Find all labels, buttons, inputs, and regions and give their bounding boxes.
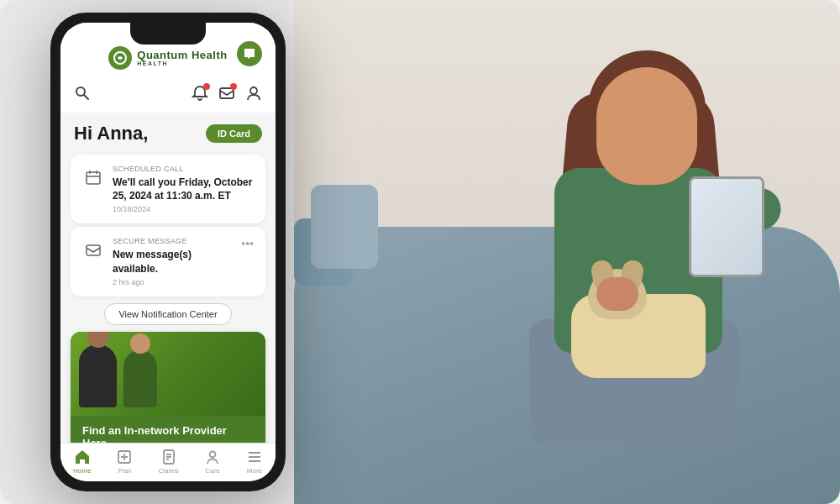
messages-badge bbox=[230, 83, 237, 90]
svg-line-2 bbox=[84, 95, 88, 99]
tab-more-label: More bbox=[247, 467, 262, 475]
tab-home[interactable]: Home bbox=[73, 449, 91, 475]
tab-plan-label: Plan bbox=[118, 467, 131, 475]
logo-icon bbox=[108, 46, 132, 70]
phone-screen: Quantum Health HEALTH bbox=[60, 23, 276, 481]
call-title: We'll call you Friday, October 25, 2024 … bbox=[113, 176, 254, 202]
tab-home-label: Home bbox=[73, 467, 91, 475]
doctor-figure bbox=[123, 350, 157, 407]
phone-notch bbox=[130, 23, 206, 45]
hand-on-dog bbox=[596, 277, 638, 311]
id-card-button[interactable]: ID Card bbox=[206, 124, 262, 143]
profile-icon[interactable] bbox=[245, 85, 262, 106]
search-icon[interactable] bbox=[74, 85, 91, 106]
envelope-icon bbox=[82, 239, 104, 260]
tab-claims[interactable]: Claims bbox=[158, 449, 178, 475]
pillow-front bbox=[311, 185, 378, 269]
svg-rect-9 bbox=[87, 245, 100, 255]
calendar-icon bbox=[82, 166, 104, 188]
phone-frame: Quantum Health HEALTH bbox=[50, 13, 286, 491]
dog-body bbox=[571, 294, 706, 378]
nav-bar bbox=[60, 78, 276, 113]
notif-header-call: Scheduled Call We'll call you Friday, Oc… bbox=[82, 165, 254, 213]
scheduled-call-card: Scheduled Call We'll call you Friday, Oc… bbox=[71, 155, 265, 223]
msg-type-label: Secure Message bbox=[113, 237, 233, 245]
quantum-logo: Quantum Health HEALTH bbox=[108, 46, 227, 70]
notification-badge bbox=[203, 83, 210, 90]
call-date: 10/18/2024 bbox=[113, 205, 254, 213]
nav-icons-group bbox=[192, 85, 262, 106]
svg-rect-3 bbox=[220, 88, 234, 98]
view-notification-center-button[interactable]: View Notification Center bbox=[104, 303, 231, 325]
provider-card-image bbox=[71, 332, 265, 416]
doctor-scene bbox=[71, 332, 265, 416]
tab-plan[interactable]: Plan bbox=[116, 449, 133, 475]
tab-bar: Home Plan bbox=[60, 443, 276, 481]
greeting-text: Hi Anna, bbox=[74, 123, 148, 144]
msg-notif-content: Secure Message New message(s) available.… bbox=[113, 237, 233, 286]
svg-rect-5 bbox=[87, 172, 100, 184]
woman-figure bbox=[487, 25, 806, 479]
svg-point-17 bbox=[209, 452, 215, 458]
call-notif-content: Scheduled Call We'll call you Friday, Oc… bbox=[113, 165, 254, 213]
phone-body: Hi Anna, ID Card bbox=[60, 113, 276, 470]
logo-sub: HEALTH bbox=[137, 60, 227, 66]
face bbox=[596, 67, 697, 185]
phone-device: Quantum Health HEALTH bbox=[50, 13, 286, 491]
greeting-section: Hi Anna, ID Card bbox=[60, 113, 276, 151]
logo-name: Quantum Health bbox=[137, 50, 227, 60]
tablet-device bbox=[689, 176, 764, 277]
tab-more[interactable]: More bbox=[246, 449, 263, 475]
svg-point-4 bbox=[250, 87, 257, 94]
tab-care[interactable]: Care bbox=[204, 449, 221, 475]
notif-header-msg: Secure Message New message(s) available.… bbox=[82, 237, 254, 286]
logo-text: Quantum Health HEALTH bbox=[137, 50, 227, 66]
more-options-icon[interactable]: ••• bbox=[241, 237, 254, 250]
tab-claims-label: Claims bbox=[158, 467, 178, 475]
tablet-screen bbox=[691, 179, 762, 275]
chat-icon[interactable] bbox=[237, 41, 262, 66]
tab-care-label: Care bbox=[205, 467, 219, 475]
patient-figure bbox=[79, 344, 117, 407]
app-scene: Quantum Health HEALTH bbox=[0, 0, 840, 504]
messages-icon[interactable] bbox=[218, 85, 235, 106]
secure-message-card: Secure Message New message(s) available.… bbox=[71, 227, 265, 296]
call-type-label: Scheduled Call bbox=[113, 165, 254, 173]
msg-title: New message(s) available. bbox=[113, 248, 233, 275]
msg-date: 2 hrs ago bbox=[113, 278, 233, 286]
background-photo bbox=[294, 0, 840, 504]
notifications-icon[interactable] bbox=[192, 85, 208, 106]
